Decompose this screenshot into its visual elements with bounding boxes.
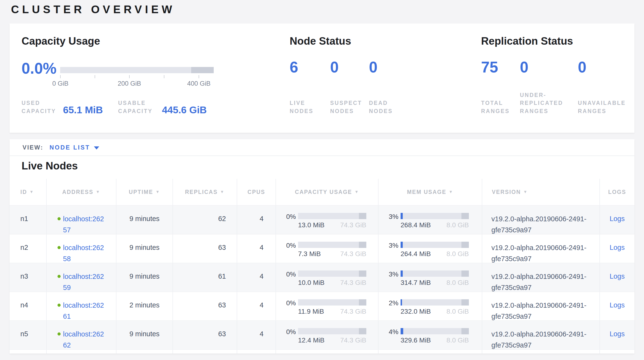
memory-used: 329.6 MiB [400,336,431,344]
node-address-cell: localhost:26258 [47,235,116,263]
column-header-uptime[interactable]: UPTIME▼ [116,179,173,205]
memory-total: 8.0 GiB [446,308,469,315]
node-replicas: 63 [173,235,237,263]
capacity-bar [298,242,366,248]
node-cpus: 4 [237,206,276,234]
cluster-summary-panel: Capacity Usage 0.0% 0 GiB 200 GiB 400 Gi… [10,24,634,133]
node-address-link[interactable]: localhost:26262 [63,328,106,351]
node-capacity-usage-cell: 0% 10.0 MiB74.3 GiB [276,263,378,292]
node-address-cell: localhost:26262 [47,321,116,349]
node-logs-cell: Logs [600,292,634,320]
node-live-status-icon [58,304,60,307]
node-status-title: Node Status [290,35,351,47]
axis-tick [164,75,164,78]
column-header-address[interactable]: ADDRESS▼ [47,179,116,205]
node-address-link[interactable]: localhost:26261 [63,300,106,322]
node-replicas: 63 [173,321,237,349]
dead-nodes-label: DEAD NODES [369,99,402,115]
capacity-used: 12.4 MiB [298,336,325,344]
node-cpus: 4 [237,263,276,292]
sort-arrow-icon: ▼ [523,190,528,195]
logs-link[interactable]: Logs [610,301,625,309]
node-mem-usage-cell: 3% 314.7 MiB8.0 GiB [378,263,482,292]
node-capacity-usage-cell: 0% 13.0 MiB74.3 GiB [276,206,378,234]
node-address-link[interactable]: localhost:26258 [63,242,106,264]
node-id: n2 [10,235,47,263]
capacity-used: 7.3 MiB [298,250,321,258]
total-ranges-stat: 75 TOTAL RANGES [481,60,498,115]
node-address-link[interactable]: localhost:26259 [63,271,106,293]
node-version: v19.2.0-alpha.20190606-2491-gfe735c9a97 [492,328,594,351]
usable-capacity-label: USABLE CAPACITY [118,99,158,115]
logs-link[interactable]: Logs [610,244,625,251]
node-uptime: 9 minutes [116,263,173,292]
node-replicas: 61 [173,263,237,292]
node-version: v19.2.0-alpha.20190606-2491-gfe735c9a97 [492,271,594,293]
capacity-percent: 0% [276,242,298,258]
column-header-capacity-usage[interactable]: CAPACITY USAGE▼ [276,179,378,205]
memory-percent: 3% [378,242,400,258]
view-label: VIEW: [22,144,43,151]
sort-arrow-icon: ▼ [30,190,34,195]
under-replicated-ranges-label: UNDER-REPLICATED RANGES [520,91,570,115]
live-nodes-stat: 6 LIVE NODES [290,60,298,115]
node-mem-usage-cell: 2% 232.0 MiB8.0 GiB [378,292,482,320]
column-header-mem-usage[interactable]: MEM USAGE▼ [378,179,482,205]
live-nodes-table: ID▼ ADDRESS▼ UPTIME▼ REPLICAS▼ CPUS CAPA… [10,179,634,353]
axis-tick [198,75,199,78]
node-mem-usage-cell: 3% 268.4 MiB8.0 GiB [378,206,482,234]
column-header-version[interactable]: VERSION▼ [482,179,600,205]
node-live-status-icon [58,332,60,335]
total-ranges-label: TOTAL RANGES [481,99,517,115]
table-row: n1 localhost:26257 9 minutes 62 4 0% 13.… [10,205,634,234]
unavailable-ranges-label: UNAVAILABLE RANGES [578,99,639,115]
capacity-total: 74.3 GiB [340,336,366,344]
table-row: n4 localhost:26261 2 minutes 63 4 0% 11.… [10,292,634,320]
sort-arrow-icon: ▼ [96,190,100,195]
view-selector-dropdown[interactable]: NODE LIST [50,144,99,151]
column-header-id[interactable]: ID▼ [10,179,47,205]
capacity-usage-title: Capacity Usage [22,35,100,47]
axis-tick-label: 0 GiB [41,80,80,87]
total-ranges-count: 75 [481,60,498,75]
node-capacity-usage-cell: 0% 12.4 MiB74.3 GiB [276,321,378,349]
table-row: n3 localhost:26259 9 minutes 61 4 0% 10.… [10,263,634,292]
usable-capacity-value: 445.6 GiB [162,104,207,116]
node-uptime: 9 minutes [116,206,173,234]
node-uptime: 2 minutes [116,292,173,320]
node-id: n5 [10,321,47,349]
unavailable-ranges-stat: 0 UNAVAILABLE RANGES [578,60,586,115]
memory-bar [400,299,469,305]
capacity-usage-percent: 0.0% [22,60,56,77]
node-uptime: 9 minutes [116,321,173,349]
chevron-down-icon [94,146,99,149]
unavailable-ranges-count: 0 [578,60,586,75]
dead-nodes-stat: 0 DEAD NODES [369,60,378,115]
sort-arrow-icon: ▼ [156,190,160,195]
memory-used: 314.7 MiB [400,279,431,287]
live-nodes-label: LIVE NODES [290,99,318,115]
capacity-meter-other-segment [191,67,214,73]
node-address-link[interactable]: localhost:26257 [63,213,106,236]
capacity-total: 74.3 GiB [340,308,366,315]
axis-tick-label: 400 GiB [180,80,218,87]
memory-total: 8.0 GiB [446,279,469,287]
column-header-replicas[interactable]: REPLICAS▼ [173,179,237,205]
column-header-logs: LOGS [600,179,634,205]
logs-link[interactable]: Logs [610,330,625,338]
logs-link[interactable]: Logs [610,272,625,280]
capacity-used: 13.0 MiB [298,221,325,229]
axis-tick [95,75,95,78]
memory-bar [400,213,469,219]
memory-used: 268.4 MiB [400,221,431,229]
node-logs-cell: Logs [600,235,634,263]
memory-bar [400,328,469,334]
node-live-status-icon [58,217,60,220]
capacity-bar [298,270,366,277]
live-nodes-count: 6 [290,60,298,75]
node-version: v19.2.0-alpha.20190606-2491-gfe735c9a97 [492,300,594,322]
logs-link[interactable]: Logs [610,215,625,223]
page-title: CLUSTER OVERVIEW [11,3,175,16]
used-capacity-stat: USED CAPACITY 65.1 MiB [22,101,103,115]
replication-status-title: Replication Status [481,35,573,47]
